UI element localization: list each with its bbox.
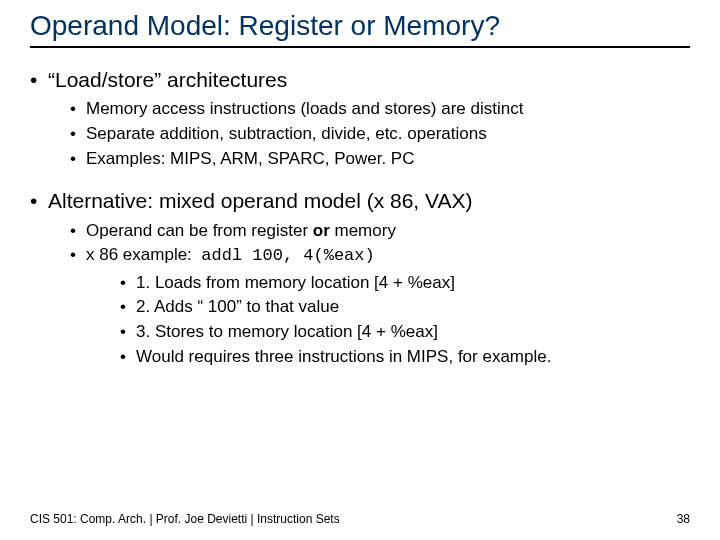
bullet-lvl3: 3. Stores to memory location [4 + %eax] (120, 320, 690, 345)
bullet-lvl2: Separate addition, subtraction, divide, … (70, 122, 690, 147)
bullet-lvl2: Operand can be from register or memory (70, 219, 690, 244)
bullet-lvl3: 1. Loads from memory location [4 + %eax] (120, 271, 690, 296)
bullet-sublist: 1. Loads from memory location [4 + %eax]… (120, 271, 690, 370)
page-number: 38 (677, 512, 690, 526)
bullet-list: “Load/store” architectures Memory access… (30, 66, 690, 369)
footer-left: CIS 501: Comp. Arch. | Prof. Joe Deviett… (30, 512, 340, 526)
bullet-sublist: Memory access instructions (loads and st… (70, 97, 690, 171)
bullet-lvl2: Examples: MIPS, ARM, SPARC, Power. PC (70, 147, 690, 172)
slide: Operand Model: Register or Memory? “Load… (0, 0, 720, 540)
bullet-text: Would requires three instructions in MIP… (136, 347, 551, 366)
bullet-sublist: Operand can be from register or memory x… (70, 219, 690, 370)
bullet-text: Memory access instructions (loads and st… (86, 99, 523, 118)
bullet-lvl2: x 86 example: addl 100, 4(%eax) 1. Loads… (70, 243, 690, 369)
bullet-lvl3: 2. Adds “ 100” to that value (120, 295, 690, 320)
bullet-lvl3: Would requires three instructions in MIP… (120, 345, 690, 370)
bullet-text: “Load/store” architectures (48, 68, 287, 91)
bullet-text: Separate addition, subtraction, divide, … (86, 124, 487, 143)
bullet-text: 1. Loads from memory location [4 + %eax] (136, 273, 455, 292)
bullet-text: x 86 example: addl 100, 4(%eax) (86, 245, 375, 264)
footer: CIS 501: Comp. Arch. | Prof. Joe Deviett… (30, 512, 690, 526)
bullet-lvl1: Alternative: mixed operand model (x 86, … (30, 187, 690, 369)
bullet-text: Alternative: mixed operand model (x 86, … (48, 189, 472, 212)
bullet-lvl2: Memory access instructions (loads and st… (70, 97, 690, 122)
slide-title: Operand Model: Register or Memory? (30, 10, 690, 48)
bullet-text: Operand can be from register or memory (86, 221, 396, 240)
bullet-text: 3. Stores to memory location [4 + %eax] (136, 322, 438, 341)
bullet-lvl1: “Load/store” architectures Memory access… (30, 66, 690, 171)
bullet-text: Examples: MIPS, ARM, SPARC, Power. PC (86, 149, 414, 168)
bullet-text: 2. Adds “ 100” to that value (136, 297, 339, 316)
